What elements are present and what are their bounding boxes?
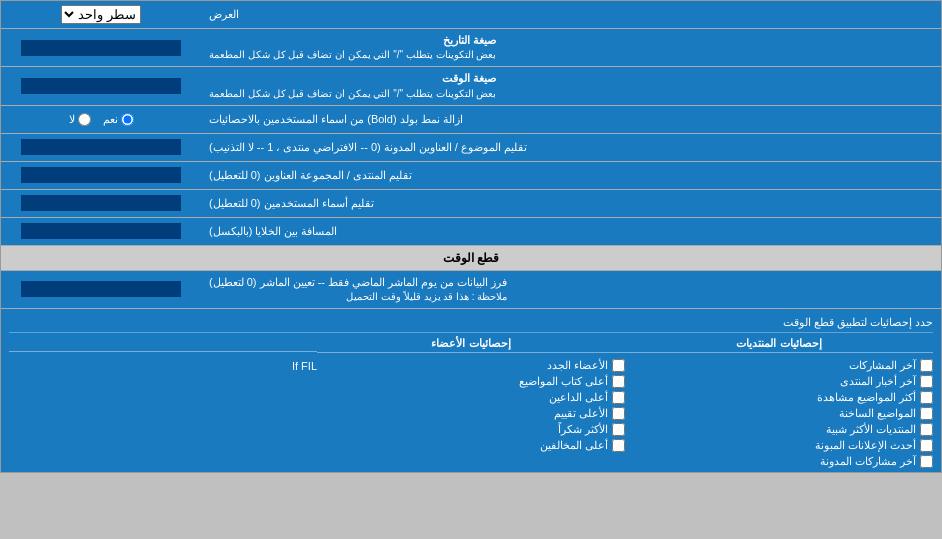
forum-titles-input[interactable]: 33 [21, 139, 181, 155]
forum-group-row: تقليم المنتدى / المجموعة العناوين (0 للت… [1, 162, 941, 190]
date-format-label: صيغة التاريخ بعض التكوينات يتطلب "/" الت… [201, 29, 941, 66]
date-format-row: صيغة التاريخ بعض التكوينات يتطلب "/" الت… [1, 29, 941, 67]
extra-col-header [9, 337, 317, 352]
member-stat-check-4[interactable] [612, 423, 625, 436]
forum-stat-item-4: المنتديات الأكثر شبية [625, 423, 933, 436]
user-names-label: تقليم أسماء المستخدمين (0 للتعطيل) [201, 190, 941, 217]
user-names-input[interactable]: 0 [21, 195, 181, 211]
cell-spacing-input-area: 2 [1, 218, 201, 245]
forum-stats-header: إحصائيات المنتديات [625, 337, 933, 353]
member-stats-header: إحصائيات الأعضاء [317, 337, 625, 353]
forum-stat-item-5: أحدث الإعلانات المبونة [625, 439, 933, 452]
cell-spacing-label: المسافة بين الخلايا (بالبكسل) [201, 218, 941, 245]
forum-titles-row: تقليم الموضوع / العناوين المدونة (0 -- ا… [1, 134, 941, 162]
member-stat-item-2: أعلى الداعين [317, 391, 625, 404]
forum-titles-input-area: 33 [1, 134, 201, 161]
cell-spacing-input[interactable]: 2 [21, 223, 181, 239]
stats-checkboxes-section: حدد إحصائيات لتطبيق قطع الوقت إحصائيات ا… [1, 309, 941, 472]
display-mode-input-area: سطر واحد سطرين [1, 1, 201, 28]
member-stat-check-1[interactable] [612, 375, 625, 388]
forum-stat-check-0[interactable] [920, 359, 933, 372]
date-format-input[interactable]: d-m [21, 40, 181, 56]
cutoff-label: فرز البيانات من يوم الماشر الماضي فقط --… [201, 271, 941, 308]
member-stat-item-0: الأعضاء الجدد [317, 359, 625, 372]
member-stat-check-0[interactable] [612, 359, 625, 372]
bold-no-label[interactable]: لا [69, 113, 91, 126]
forum-stat-item-0: آخر المشاركات [625, 359, 933, 372]
forum-stats-col: إحصائيات المنتديات آخر المشاركات آخر أخب… [625, 337, 933, 468]
forum-group-label: تقليم المنتدى / المجموعة العناوين (0 للت… [201, 162, 941, 189]
forum-stat-check-5[interactable] [920, 439, 933, 452]
member-stat-check-3[interactable] [612, 407, 625, 420]
member-stat-item-5: أعلى المخالفين [317, 439, 625, 452]
bold-yes-label[interactable]: نعم [103, 113, 134, 126]
member-stats-col: إحصائيات الأعضاء الأعضاء الجدد أعلى كتاب… [317, 337, 625, 468]
forum-stat-item-2: أكثر المواضيع مشاهدة [625, 391, 933, 404]
cell-spacing-row: المسافة بين الخلايا (بالبكسل) 2 [1, 218, 941, 246]
bold-yes-radio[interactable] [121, 113, 134, 126]
time-format-input-area: H:i [1, 67, 201, 104]
cutoff-input-area: 0 [1, 271, 201, 308]
time-format-input[interactable]: H:i [21, 78, 181, 94]
forum-group-input[interactable]: 33 [21, 167, 181, 183]
cutoff-input[interactable]: 0 [21, 281, 181, 297]
bold-remove-inputs: نعم لا [1, 106, 201, 133]
forum-stat-item-3: المواضيع الساخنة [625, 407, 933, 420]
if-fil-text: If FIL [9, 358, 317, 372]
stats-header: حدد إحصائيات لتطبيق قطع الوقت [9, 313, 933, 333]
forum-stat-item-6: آخر مشاركات المدونة [625, 455, 933, 468]
member-stat-item-4: الأكثر شكراً [317, 423, 625, 436]
display-mode-label: العرض [201, 1, 941, 28]
forum-stat-check-1[interactable] [920, 375, 933, 388]
forum-titles-label: تقليم الموضوع / العناوين المدونة (0 -- ا… [201, 134, 941, 161]
bold-no-radio[interactable] [78, 113, 91, 126]
forum-stat-item-1: آخر أخبار المنتدى [625, 375, 933, 388]
time-format-label: صيغة الوقت بعض التكوينات يتطلب "/" التي … [201, 67, 941, 104]
member-stat-item-1: أعلى كتاب المواضيع [317, 375, 625, 388]
cutoff-row: فرز البيانات من يوم الماشر الماضي فقط --… [1, 271, 941, 309]
member-stat-check-5[interactable] [612, 439, 625, 452]
forum-stat-check-2[interactable] [920, 391, 933, 404]
cutoff-section-header: قطع الوقت [1, 246, 941, 271]
forum-stat-check-3[interactable] [920, 407, 933, 420]
bold-remove-label: ازالة نمط بولد (Bold) من اسماء المستخدمي… [201, 106, 941, 133]
date-format-input-area: d-m [1, 29, 201, 66]
time-format-row: صيغة الوقت بعض التكوينات يتطلب "/" التي … [1, 67, 941, 105]
forum-stat-check-6[interactable] [920, 455, 933, 468]
checkboxes-grid: إحصائيات المنتديات آخر المشاركات آخر أخب… [9, 337, 933, 468]
user-names-input-area: 0 [1, 190, 201, 217]
extra-col: If FIL [9, 337, 317, 468]
member-stat-item-3: الأعلى تقييم [317, 407, 625, 420]
member-stat-check-2[interactable] [612, 391, 625, 404]
bold-remove-row: ازالة نمط بولد (Bold) من اسماء المستخدمي… [1, 106, 941, 134]
display-mode-select[interactable]: سطر واحد سطرين [61, 5, 141, 24]
user-names-row: تقليم أسماء المستخدمين (0 للتعطيل) 0 [1, 190, 941, 218]
forum-stat-check-4[interactable] [920, 423, 933, 436]
forum-group-input-area: 33 [1, 162, 201, 189]
main-container: العرض سطر واحد سطرين صيغة التاريخ بعض ال… [0, 0, 942, 473]
display-mode-row: العرض سطر واحد سطرين [1, 1, 941, 29]
